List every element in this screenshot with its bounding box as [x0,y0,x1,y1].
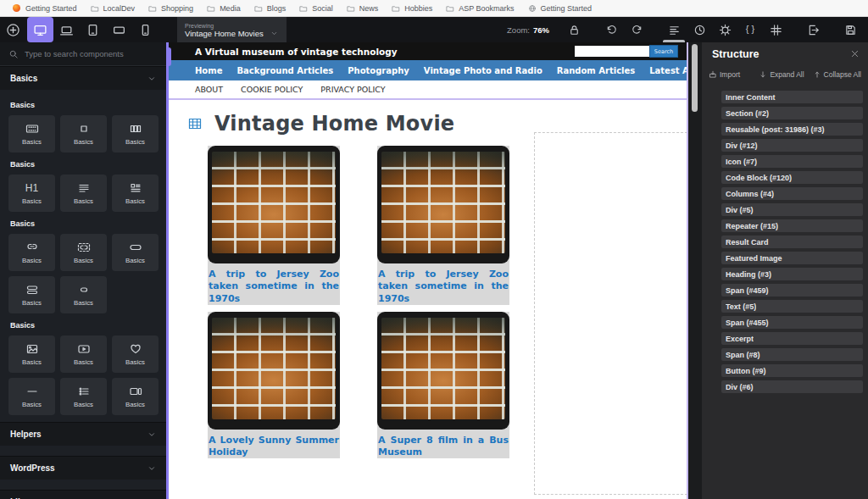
secondary-nav-link[interactable]: ABOUT [195,85,223,94]
tree-node[interactable]: Featured Image [721,252,863,264]
bookmark-item[interactable]: Blogs [248,3,292,14]
empty-column-placeholder[interactable] [534,132,687,495]
tree-node[interactable]: Excerpt [721,332,863,345]
result-card[interactable]: A trip to Jersey Zoo taken sometime in t… [377,146,509,305]
tree-row[interactable]: Excerpt [705,330,863,347]
component-tile[interactable]: Basics [60,335,107,373]
component-tile[interactable]: Basics [112,175,159,212]
selection-handle[interactable] [166,47,171,66]
featured-image[interactable] [208,312,340,430]
tree-row[interactable]: Reusable (post: 31986) (#3) [705,121,863,137]
component-tile[interactable]: Basics [112,115,159,152]
tree-row[interactable]: Span (#459) [705,282,863,298]
tree-row[interactable]: Heading (#3) [705,266,863,282]
tree-node[interactable]: Repeater (#15) [721,219,863,232]
tree-row[interactable]: Featured Image [705,250,863,266]
tree-node[interactable]: Div (#12) [721,139,863,152]
component-tile[interactable]: Basics [8,276,55,313]
device-button[interactable] [53,17,80,42]
toolbar-button[interactable] [561,17,587,42]
import-button[interactable]: Import [709,70,740,79]
expand-all-button[interactable]: Expand All [759,70,804,79]
card-title-link[interactable]: A trip to Jersey Zoo taken sometime in t… [208,269,340,305]
component-search[interactable] [0,42,166,66]
nav-link[interactable]: Photography [348,66,409,75]
tree-node[interactable]: Div (#5) [721,203,863,216]
tree-row[interactable]: Repeater (#15) [705,218,863,234]
tree-node[interactable]: Code Block (#120) [721,171,863,184]
tree-node[interactable]: Text (#5) [721,300,863,313]
tree-row[interactable]: Span (#8) [705,347,863,363]
device-button[interactable] [106,17,132,42]
component-tile[interactable]: Basics [112,234,159,271]
component-tile[interactable]: Basics [60,276,107,313]
scrollbar-thumb[interactable] [692,44,698,112]
component-tile[interactable]: Basics [8,234,55,271]
device-button[interactable] [80,17,106,42]
tree-row[interactable]: Columns (#4) [705,186,863,202]
tree-row[interactable]: Div (#12) [705,137,863,153]
tree-row[interactable]: Span (#455) [705,314,863,330]
nav-link[interactable]: Vintage Photo and Radio [424,66,542,75]
device-button[interactable] [27,17,53,42]
tree-node[interactable]: Inner Content [721,91,863,103]
component-tile[interactable]: Basics [60,175,107,212]
nav-link[interactable]: Random Articles [557,66,635,75]
collapse-all-button[interactable]: Collapse All [813,70,861,79]
toolbar-button[interactable] [661,17,687,42]
nav-link[interactable]: Home [195,66,222,75]
tree-node[interactable]: Span (#455) [721,316,863,329]
toolbar-button[interactable] [837,17,863,42]
tree-node[interactable]: Span (#459) [721,284,863,297]
nav-link[interactable]: Latest Articles Published [649,66,688,75]
search-input[interactable] [25,49,158,58]
card-title-link[interactable]: A trip to Jersey Zoo taken sometime in t… [377,269,509,305]
panel-section-header[interactable]: Helpers [0,422,166,446]
site-search-input[interactable] [575,46,649,57]
nav-link[interactable]: Background Articles [236,66,333,75]
result-card[interactable]: A trip to Jersey Zoo taken sometime in t… [208,146,340,305]
featured-image[interactable] [377,312,509,430]
tree-node[interactable]: Button (#9) [721,364,863,377]
tree-row[interactable]: Div (#6) [705,379,863,395]
component-tile[interactable]: Basics [8,335,55,373]
component-tile[interactable]: Basics [112,378,159,415]
secondary-nav-link[interactable]: COOKIE POLICY [241,85,303,94]
tree-row[interactable]: Result Card [705,234,863,250]
bookmark-item[interactable]: LocalDev [85,3,142,14]
tree-row[interactable]: Icon (#7) [705,153,863,169]
bookmark-item[interactable]: Shopping [142,3,199,14]
site-search-button[interactable]: Search [649,45,678,58]
toolbar-button[interactable] [800,17,826,42]
tree-row[interactable]: Inner Content [705,89,863,105]
result-card[interactable]: A Lovely Sunny Summer Holiday [208,312,340,459]
tree-node[interactable]: Result Card [721,236,863,248]
toolbar-button[interactable] [712,17,737,42]
panel-section-header[interactable]: Library [0,490,166,499]
component-tile[interactable]: Basics [8,115,55,152]
close-icon[interactable] [850,49,860,58]
panel-section-header[interactable]: WordPress [0,456,166,480]
tree-row[interactable]: Text (#5) [705,298,863,314]
page-preview[interactable]: A Virtual museum of vintage technology S… [166,42,688,499]
component-tile[interactable]: H1 Basics [8,175,55,212]
card-title-link[interactable]: A Super 8 film in a Bus Museum [377,435,509,459]
bookmark-item[interactable]: Media [201,3,247,14]
component-tile[interactable]: Basics [112,335,159,373]
tree-row[interactable]: Div (#5) [705,202,863,218]
tree-node[interactable]: Div (#6) [721,380,863,393]
bookmark-item[interactable]: Social [293,3,339,14]
secondary-nav-link[interactable]: PRIVACY POLICY [320,85,385,94]
component-tile[interactable]: Basics [60,234,107,271]
component-tile[interactable]: Basics [8,378,55,415]
tree-row[interactable]: Section (#2) [705,105,863,121]
featured-image[interactable] [377,146,509,263]
tree-node[interactable]: Section (#2) [721,107,863,119]
toolbar-button[interactable] [687,17,712,42]
tree-row[interactable]: Button (#9) [705,363,863,379]
featured-image[interactable] [208,146,340,263]
component-tile[interactable]: Basics [60,115,107,152]
toolbar-button[interactable]: { } [737,17,763,42]
tree-node[interactable]: Reusable (post: 31986) (#3) [721,123,863,136]
tree-node[interactable]: Heading (#3) [721,268,863,280]
